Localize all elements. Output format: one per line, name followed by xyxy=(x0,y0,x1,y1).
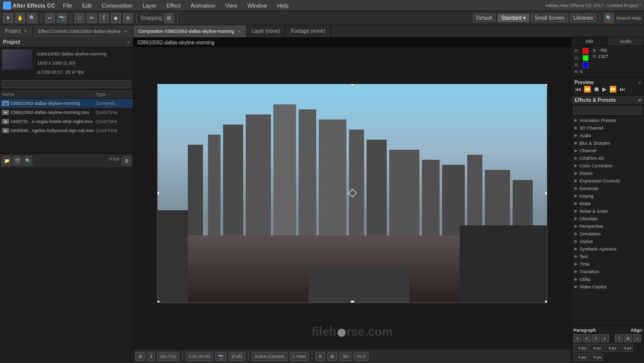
effect-item-2[interactable]: ▶Audio xyxy=(571,132,644,139)
composition-view[interactable] xyxy=(157,84,547,303)
align-justify[interactable]: ≡ xyxy=(601,334,609,342)
viewer-camera[interactable]: Active Camera xyxy=(252,352,288,361)
preview-first-btn[interactable]: ⏮ xyxy=(575,85,582,93)
tab-footage[interactable]: Footage (none) xyxy=(285,25,330,37)
handle-bl[interactable] xyxy=(157,300,160,303)
viewer-exposure[interactable]: +0.0 xyxy=(353,352,369,361)
effect-item-3[interactable]: ▶Blur & Sharpen xyxy=(571,139,644,147)
effect-item-0[interactable]: ▶Animation Presets xyxy=(571,116,644,124)
project-panel-close[interactable]: ≡ xyxy=(127,40,130,45)
viewer-magnification[interactable]: (60.7%) xyxy=(157,352,179,361)
effect-item-14[interactable]: ▶Perspective xyxy=(571,222,644,230)
effect-item-7[interactable]: ▶Distort xyxy=(571,169,644,177)
effect-item-4[interactable]: ▶Channel xyxy=(571,147,644,154)
handle-tr[interactable] xyxy=(545,84,547,86)
tool-hand[interactable]: ✋ xyxy=(15,13,25,23)
effect-item-1[interactable]: ▶3D Channel xyxy=(571,124,644,132)
preview-menu[interactable]: ≡ xyxy=(638,80,641,85)
new-comp-btn[interactable]: 🎬 xyxy=(13,156,22,165)
effect-item-9[interactable]: ▶Generate xyxy=(571,185,644,192)
handle-br[interactable] xyxy=(545,300,547,303)
effect-item-13[interactable]: ▶Obsolete xyxy=(571,215,644,222)
effect-item-5[interactable]: ▶CINEMA 4D xyxy=(571,154,644,162)
tab-close-effect[interactable]: ✕ xyxy=(124,29,128,34)
effect-item-10[interactable]: ▶Keying xyxy=(571,192,644,200)
snapping-toggle[interactable]: ⊞ xyxy=(164,13,174,23)
menu-edit[interactable]: Edit xyxy=(80,2,94,10)
menu-file[interactable]: File xyxy=(61,2,74,10)
handle-lm[interactable] xyxy=(157,191,160,195)
viewer-render-btn[interactable]: ⊕ xyxy=(315,352,325,361)
menu-help[interactable]: Help xyxy=(275,2,291,10)
effects-menu-btn[interactable]: ≡ xyxy=(638,98,641,103)
find-btn[interactable]: 🔍 xyxy=(23,156,32,165)
handle-tm[interactable] xyxy=(350,84,354,86)
effect-item-12[interactable]: ▶Noise & Grain xyxy=(571,207,644,215)
preview-last-btn[interactable]: ⏭ xyxy=(619,85,626,93)
menu-effect[interactable]: Effect xyxy=(165,2,183,10)
effect-item-20[interactable]: ▶Transition xyxy=(571,268,644,275)
margin-input-4[interactable] xyxy=(619,344,633,352)
preview-back-btn[interactable]: ⏪ xyxy=(583,85,592,93)
search-help-btn[interactable]: 🔍 xyxy=(604,13,614,23)
menu-layer[interactable]: Layer xyxy=(140,2,159,10)
preview-stop-btn[interactable]: ⏹ xyxy=(593,85,600,93)
handle-rm[interactable] xyxy=(545,191,547,195)
align-center[interactable]: ≡ xyxy=(583,334,591,342)
effect-item-6[interactable]: ▶Color Correction xyxy=(571,162,644,169)
libraries-btn[interactable]: Libraries xyxy=(570,14,596,22)
menu-animation[interactable]: Animation xyxy=(189,2,218,10)
margin-input-1[interactable] xyxy=(574,344,588,352)
effect-item-22[interactable]: ▶Video Copilot xyxy=(571,283,644,290)
tab-composition[interactable]: Composition 038610062-dallas-skyline-mor… xyxy=(133,25,247,37)
new-folder-btn[interactable]: 📁 xyxy=(2,156,11,165)
effect-item-11[interactable]: ▶Matte xyxy=(571,200,644,207)
effect-item-17[interactable]: ▶Synthetic Aperture xyxy=(571,245,644,253)
tool-shape[interactable]: ◆ xyxy=(111,13,121,23)
margin-input-5[interactable] xyxy=(574,353,588,361)
margin-input-3[interactable] xyxy=(604,344,618,352)
tab-layer[interactable]: Layer (none) xyxy=(247,25,286,37)
delete-btn[interactable]: 🗑 xyxy=(122,156,131,165)
tool-camera[interactable]: 📷 xyxy=(57,13,67,23)
tool-rect[interactable]: □ xyxy=(75,13,85,23)
tab-close-project[interactable]: ✕ xyxy=(24,29,28,34)
viewer-3d-btn[interactable]: 3D xyxy=(339,352,351,361)
effect-item-19[interactable]: ▶Time xyxy=(571,260,644,268)
tool-text[interactable]: T xyxy=(99,13,109,23)
effect-item-15[interactable]: ▶Simulation xyxy=(571,230,644,237)
project-item-3[interactable]: ▶ 0406846...ngeles-hollywood-sign-cal.mo… xyxy=(0,126,133,135)
viewer-btn-info[interactable]: ℹ xyxy=(148,352,155,361)
viewer[interactable]: 038610062-dallas-skyline-morning xyxy=(133,37,571,349)
viewer-btn-take[interactable]: 📷 xyxy=(215,352,227,361)
tab-effect-controls[interactable]: Effect Controls 038610062-dallas-skyline… xyxy=(33,25,133,37)
tool-rotate[interactable]: ↩ xyxy=(45,13,55,23)
handle-bm[interactable] xyxy=(350,300,354,303)
tool-pen[interactable]: ✏ xyxy=(87,13,97,23)
tool-select[interactable]: ▼ xyxy=(3,13,13,23)
menu-view[interactable]: View xyxy=(224,2,240,10)
effect-item-18[interactable]: ▶Text xyxy=(571,253,644,260)
margin-input-6[interactable] xyxy=(589,353,603,361)
viewer-time[interactable]: 0;00:00:00 xyxy=(186,352,213,361)
tab-info[interactable]: Info xyxy=(571,37,608,45)
viewer-display-btn[interactable]: ⊠ xyxy=(327,352,337,361)
project-item-0[interactable]: 🎬 038610062-dallas-skyline-morning Compo… xyxy=(0,99,133,108)
align-bottom[interactable]: ⊥ xyxy=(633,334,641,342)
workspace-small[interactable]: Small Screen xyxy=(531,14,568,22)
effect-item-16[interactable]: ▶Stylize xyxy=(571,237,644,245)
workspace-standard[interactable]: Standard ▾ xyxy=(497,14,529,22)
effects-search-input[interactable] xyxy=(574,106,642,114)
preview-play-btn[interactable]: ▶ xyxy=(602,85,607,93)
align-right[interactable]: ≡ xyxy=(592,334,600,342)
align-top[interactable]: ⊤ xyxy=(615,334,623,342)
tab-project[interactable]: Project ✕ xyxy=(0,25,33,37)
effect-item-21[interactable]: ▶Utility xyxy=(571,275,644,283)
align-middle[interactable]: ⊠ xyxy=(624,334,632,342)
project-item-1[interactable]: ▶ 038610062-dallas-skyline-morning.mov Q… xyxy=(0,108,133,117)
preview-forward-btn[interactable]: ⏩ xyxy=(609,85,617,93)
align-left[interactable]: ≡ xyxy=(574,334,582,342)
project-item-2[interactable]: ▶ 0406731...s-vegas-hotels-strip-night.m… xyxy=(0,117,133,126)
effect-item-8[interactable]: ▶Expression Controls xyxy=(571,177,644,185)
tool-puppet[interactable]: ⊕ xyxy=(123,13,133,23)
